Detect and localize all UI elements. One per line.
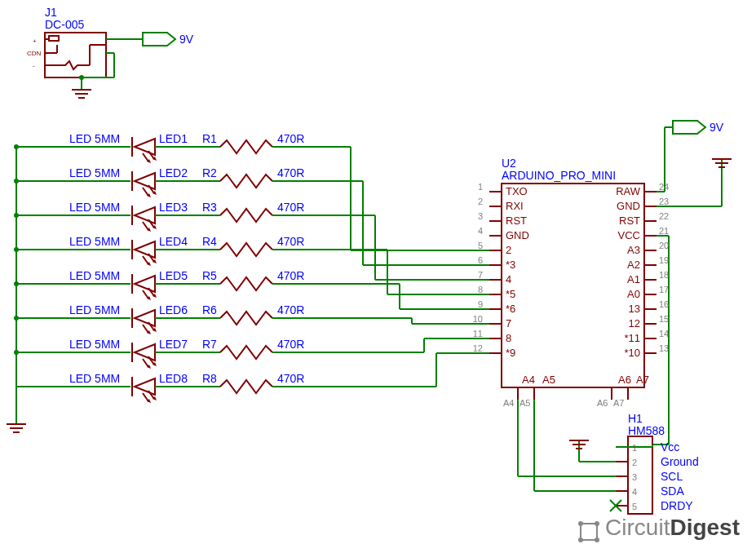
svg-text:22: 22 — [659, 211, 669, 221]
logo-icon — [576, 519, 602, 545]
svg-text:*11: *11 — [624, 332, 640, 344]
schematic-canvas: J1 DC-005 + CDN - 9V — [0, 0, 756, 553]
svg-text:R2: R2 — [202, 166, 217, 179]
svg-text:R1: R1 — [202, 132, 217, 145]
svg-text:18: 18 — [659, 270, 669, 280]
svg-rect-0 — [45, 33, 106, 77]
led-row-1: LED 5MMLED1R1470R — [14, 132, 489, 250]
svg-line-104 — [143, 256, 148, 264]
svg-text:11: 11 — [473, 329, 483, 338]
svg-text:RST: RST — [506, 215, 527, 227]
svg-text:DRDY: DRDY — [661, 499, 693, 512]
svg-line-78 — [143, 188, 148, 196]
svg-line-143 — [143, 359, 148, 367]
svg-text:R3: R3 — [202, 201, 217, 214]
svg-text:LED 5MM: LED 5MM — [69, 303, 120, 316]
svg-text:13: 13 — [659, 343, 669, 353]
svg-text:7: 7 — [478, 270, 483, 280]
svg-text:A7: A7 — [636, 374, 649, 386]
svg-text:470R: 470R — [277, 338, 304, 351]
svg-text:20: 20 — [659, 241, 669, 250]
svg-text:A6: A6 — [618, 374, 631, 386]
led-row-8: LED 5MMLED8R8470R — [16, 353, 489, 403]
svg-text:RST: RST — [619, 215, 640, 227]
led-row-6: LED 5MMLED6R6470R — [14, 303, 489, 334]
svg-text:A5: A5 — [542, 374, 555, 386]
svg-line-155 — [143, 393, 148, 401]
svg-text:*3: *3 — [506, 259, 515, 271]
svg-text:24: 24 — [659, 182, 669, 192]
svg-text:8: 8 — [478, 285, 483, 294]
svg-text:17: 17 — [659, 285, 669, 294]
svg-text:SCL: SCL — [661, 470, 683, 483]
svg-text:23: 23 — [659, 197, 669, 206]
svg-text:LED2: LED2 — [159, 166, 188, 179]
svg-point-127 — [14, 316, 19, 321]
svg-text:A6: A6 — [597, 398, 608, 408]
svg-text:A4: A4 — [503, 398, 514, 408]
j1-cdn: CDN — [27, 50, 42, 57]
j1-net-label: 9V — [179, 33, 194, 46]
svg-text:A1: A1 — [627, 273, 640, 285]
j1-plus: + — [33, 38, 37, 45]
svg-text:LED8: LED8 — [159, 372, 188, 385]
svg-text:470R: 470R — [277, 166, 304, 179]
svg-text:19: 19 — [659, 255, 669, 265]
svg-text:GND: GND — [617, 200, 640, 212]
svg-text:14: 14 — [659, 329, 669, 338]
svg-line-117 — [143, 290, 148, 299]
svg-text:6: 6 — [478, 255, 483, 265]
svg-text:LED1: LED1 — [159, 132, 188, 145]
svg-text:LED 5MM: LED 5MM — [69, 338, 120, 351]
svg-text:*6: *6 — [506, 303, 515, 315]
svg-text:R6: R6 — [202, 303, 217, 316]
svg-text:TXO: TXO — [506, 185, 528, 197]
svg-text:A5: A5 — [519, 398, 530, 408]
svg-text:A4: A4 — [522, 374, 535, 386]
logo-text-digest: Digest — [670, 515, 740, 540]
svg-text:2: 2 — [506, 244, 511, 256]
svg-text:470R: 470R — [277, 303, 304, 316]
svg-text:4: 4 — [506, 273, 511, 285]
svg-text:470R: 470R — [277, 372, 304, 385]
svg-text:*5: *5 — [506, 288, 515, 300]
svg-text:GND: GND — [506, 229, 529, 241]
j1-part: DC-005 — [45, 18, 84, 31]
svg-text:3: 3 — [478, 211, 483, 221]
svg-point-114 — [14, 281, 19, 286]
svg-text:LED 5MM: LED 5MM — [69, 201, 120, 214]
svg-text:A2: A2 — [627, 259, 640, 271]
svg-text:10: 10 — [473, 314, 483, 324]
svg-text:R5: R5 — [202, 269, 217, 282]
svg-text:3: 3 — [632, 472, 637, 482]
svg-text:15: 15 — [659, 314, 669, 324]
j1-ref: J1 — [45, 6, 57, 19]
svg-text:470R: 470R — [277, 132, 304, 145]
svg-text:2: 2 — [632, 458, 637, 467]
svg-text:R8: R8 — [202, 372, 217, 385]
h1-part: HM588 — [628, 424, 665, 437]
svg-text:9: 9 — [478, 299, 483, 309]
svg-text:LED 5MM: LED 5MM — [69, 235, 120, 248]
gnd-symbol-j1 — [72, 90, 91, 98]
svg-point-88 — [14, 213, 19, 218]
svg-text:2: 2 — [478, 197, 483, 206]
h1-ref: H1 — [628, 412, 643, 425]
svg-text:Ground: Ground — [661, 455, 699, 468]
svg-text:A7: A7 — [613, 398, 624, 408]
svg-text:R4: R4 — [202, 235, 217, 248]
svg-text:*10: *10 — [624, 347, 640, 359]
led-row-7: LED 5MMLED7R7470R — [14, 338, 489, 369]
gnd-symbol-leds — [7, 424, 26, 432]
svg-text:LED 5MM: LED 5MM — [69, 269, 120, 282]
svg-text:16: 16 — [659, 299, 669, 309]
svg-line-91 — [143, 222, 148, 230]
svg-text:5: 5 — [632, 502, 637, 511]
svg-point-101 — [14, 247, 19, 252]
logo: CircuitDigest — [576, 515, 740, 545]
u2-ref: U2 — [502, 157, 516, 170]
svg-point-62 — [14, 144, 19, 149]
svg-text:Vcc: Vcc — [661, 440, 679, 453]
svg-text:A0: A0 — [627, 288, 640, 300]
svg-text:LED6: LED6 — [159, 303, 188, 316]
